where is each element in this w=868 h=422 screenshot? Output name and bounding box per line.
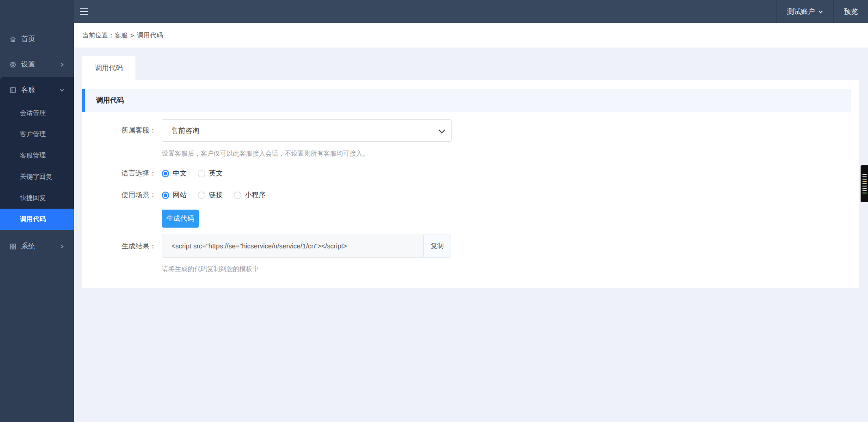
result-group: <script src="https://se="hicservice/n/se… [162, 235, 451, 258]
language-row: 语言选择： 中文 英文 [82, 169, 859, 178]
main-content: 调用代码 调用代码 所属客服： 售前咨询 设置客服后，客户仅可以此客服接入会话，… [74, 48, 868, 422]
radio-label: 链接 [209, 191, 223, 199]
chevron-right-icon [59, 244, 65, 249]
radio-circle-icon [198, 192, 205, 199]
sidebar-item-label: 设置 [21, 60, 35, 69]
app-root: 首页 设置 客服 [0, 0, 868, 422]
radio-scene-website[interactable]: 网站 [162, 191, 187, 199]
account-dropdown[interactable]: 测试账户 [776, 0, 833, 23]
radio-label: 英文 [209, 169, 223, 178]
breadcrumb: 当前位置： 客服 > 调用代码 [74, 23, 868, 48]
result-label: 生成结果： [82, 242, 162, 251]
radio-scene-link[interactable]: 链接 [198, 191, 223, 199]
grid-icon [9, 243, 17, 250]
side-float-widget[interactable] [861, 165, 868, 202]
preview-button[interactable]: 预览 [833, 0, 868, 23]
sidebar-item-settings[interactable]: 设置 [0, 52, 74, 77]
gear-icon [9, 61, 17, 68]
chevron-down-icon [59, 87, 65, 93]
invoke-code-form: 所属客服： 售前咨询 设置客服后，客户仅可以此客服接入会话，不设置则所有客服均可… [82, 102, 859, 273]
result-hint: 请将生成的代码复制到您的模板中 [162, 264, 859, 273]
generate-code-button[interactable]: 生成代码 [162, 210, 199, 228]
chevron-right-icon [59, 62, 65, 67]
preview-label: 预览 [844, 7, 858, 16]
sidebar-group-service: 客服 会话管理 客户管理 客服管理 关键字回复 快捷回复 调用代码 [0, 77, 74, 230]
sidebar-item-label: 首页 [21, 35, 35, 43]
panel-header: 调用代码 [82, 89, 851, 112]
radio-language-english[interactable]: 英文 [198, 169, 223, 178]
sidebar: 首页 设置 客服 [0, 0, 74, 422]
sidebar-item-service[interactable]: 客服 [0, 77, 74, 102]
breadcrumb-prefix: 当前位置： [82, 31, 115, 40]
sidebar-item-keyword-reply[interactable]: 关键字回复 [0, 166, 74, 187]
service-select-wrap: 售前咨询 [162, 119, 452, 142]
sidebar-item-home[interactable]: 首页 [0, 26, 74, 52]
breadcrumb-item-invoke-code: 调用代码 [137, 31, 163, 40]
service-row: 所属客服： 售前咨询 [82, 119, 859, 142]
breadcrumb-separator: > [130, 32, 134, 39]
radio-circle-icon [198, 170, 205, 177]
sidebar-item-quick-reply[interactable]: 快捷回复 [0, 187, 74, 209]
account-label: 测试账户 [787, 7, 815, 16]
sidebar-item-label: 系统 [21, 242, 35, 251]
result-row: 生成结果： <script src="https://se="hicservic… [82, 235, 859, 258]
scene-label: 使用场景： [82, 191, 162, 199]
service-select[interactable]: 售前咨询 [162, 119, 452, 142]
radio-circle-icon [234, 192, 241, 199]
scene-row: 使用场景： 网站 链接 小程序 [82, 191, 859, 199]
radio-scene-miniprogram[interactable]: 小程序 [234, 191, 266, 199]
hamburger-menu-icon[interactable] [80, 8, 88, 15]
content-card: 调用代码 所属客服： 售前咨询 设置客服后，客户仅可以此客服接入会话，不设置则所… [82, 80, 859, 288]
radio-circle-icon [162, 170, 169, 177]
breadcrumb-item-service[interactable]: 客服 [115, 31, 128, 40]
sidebar-submenu: 会话管理 客户管理 客服管理 关键字回复 快捷回复 调用代码 [0, 102, 74, 230]
radio-language-chinese[interactable]: 中文 [162, 169, 187, 178]
sidebar-item-system[interactable]: 系统 [0, 234, 74, 259]
topbar-right: 测试账户 预览 [776, 0, 868, 23]
language-label: 语言选择： [82, 169, 162, 178]
copy-button[interactable]: 复制 [423, 235, 451, 258]
sidebar-item-session-management[interactable]: 会话管理 [0, 102, 74, 124]
sidebar-item-invoke-code[interactable]: 调用代码 [0, 209, 74, 230]
panel-title: 调用代码 [96, 96, 124, 105]
radio-label: 网站 [173, 191, 187, 199]
sidebar-item-customer-management[interactable]: 客户管理 [0, 124, 74, 145]
radio-label: 小程序 [245, 191, 266, 199]
tab-invoke-code[interactable]: 调用代码 [82, 56, 135, 80]
service-hint: 设置客服后，客户仅可以此客服接入会话，不设置则所有客服均可接入。 [162, 149, 859, 158]
chevron-down-icon [818, 9, 823, 14]
radio-label: 中文 [173, 169, 187, 178]
panel-icon [9, 86, 17, 94]
radio-circle-icon [162, 192, 169, 199]
topbar: 测试账户 预览 [74, 0, 868, 23]
result-code-field[interactable]: <script src="https://se="hicservice/n/se… [162, 235, 424, 258]
sidebar-nav: 首页 设置 客服 [0, 0, 74, 259]
service-label: 所属客服： [82, 126, 162, 135]
sidebar-item-label: 客服 [21, 85, 35, 94]
sidebar-item-agent-management[interactable]: 客服管理 [0, 145, 74, 166]
home-icon [9, 36, 17, 43]
